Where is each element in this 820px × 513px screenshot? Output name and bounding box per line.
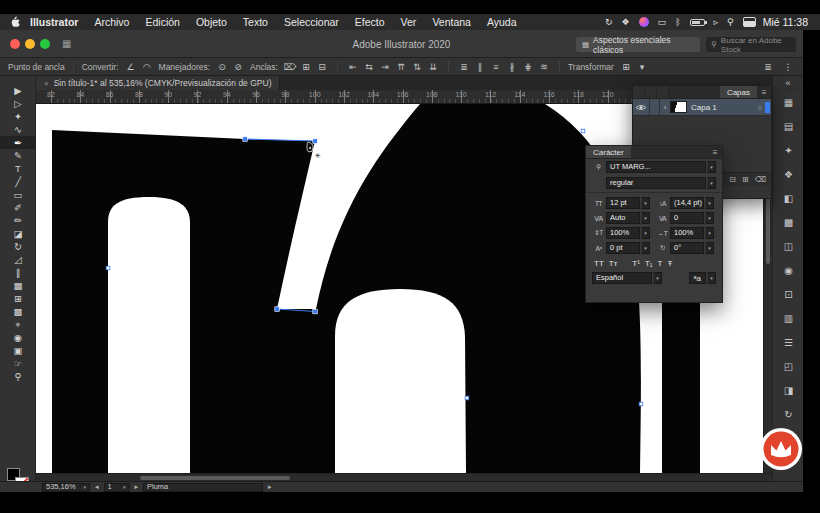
artboards-panel-icon[interactable]: ◰ xyxy=(773,354,804,378)
small-caps-button[interactable]: Tᴛ xyxy=(607,259,620,268)
menu-ayuda[interactable]: Ayuda xyxy=(487,16,517,28)
new-layer-icon[interactable]: ⊞ xyxy=(742,175,749,184)
mesh-tool[interactable]: ⊞ xyxy=(0,292,36,305)
cut-path-icon[interactable]: ⌦ xyxy=(283,60,297,74)
tab-character[interactable]: Carácter xyxy=(586,146,631,158)
menu-illustrator[interactable]: Illustrator xyxy=(30,16,78,28)
eraser-tool[interactable]: ◪ xyxy=(0,227,36,240)
battery-icon[interactable] xyxy=(690,19,705,26)
history-panel-icon[interactable]: ↻ xyxy=(773,402,804,426)
font-size-field[interactable]: TT 12 pt xyxy=(592,197,652,209)
gradient-panel-icon[interactable]: ▩ xyxy=(773,210,804,234)
search-icon[interactable]: ⚲ xyxy=(727,17,734,27)
panel-menu-icon[interactable]: ≡ xyxy=(708,146,722,158)
expand-panels-icon[interactable]: « xyxy=(773,76,803,90)
menu-ver[interactable]: Ver xyxy=(401,16,417,28)
current-tool-status[interactable]: Pluma xyxy=(143,483,263,492)
document-tab[interactable]: × Sin título-1* al 535,16% (CMYK/Previsu… xyxy=(36,76,280,90)
anchor-point[interactable] xyxy=(465,396,469,400)
curvature-tool[interactable]: ✎ xyxy=(0,149,36,162)
align-center-icon[interactable]: ⇆ xyxy=(362,60,376,74)
horizontal-scale-field[interactable]: ⇔T 100% xyxy=(656,227,716,239)
selection-tool[interactable]: ▶ xyxy=(0,84,36,97)
kerning-field[interactable]: V⁄A Auto xyxy=(592,212,652,224)
menu-clock[interactable]: Mié 11:38 xyxy=(763,16,808,28)
chevron-down-icon[interactable] xyxy=(641,242,650,254)
anchor-point[interactable] xyxy=(581,129,585,133)
hand-tool[interactable]: ☞ xyxy=(0,357,36,370)
leading-field[interactable]: ↕A (14,4 pt) xyxy=(656,197,716,209)
display-icon[interactable]: ▭ xyxy=(658,17,667,27)
scale-tool[interactable]: ◿ xyxy=(0,253,36,266)
transform-panel-icon[interactable]: ⊞ xyxy=(619,60,633,74)
pen-tool[interactable]: ✒ xyxy=(0,136,36,149)
magic-wand-tool[interactable]: ✦ xyxy=(0,110,36,123)
chevron-down-icon[interactable] xyxy=(705,212,714,224)
bluetooth-icon[interactable]: ᛒ xyxy=(675,17,680,27)
symbols-panel-icon[interactable]: ❖ xyxy=(773,162,804,186)
previous-artboard-button[interactable]: ◂ xyxy=(95,483,99,491)
control-center-icon[interactable] xyxy=(743,17,754,27)
rotate-tool[interactable]: ↻ xyxy=(0,240,36,253)
swatches-panel-icon[interactable]: ▤ xyxy=(773,114,804,138)
anchor-point[interactable] xyxy=(639,402,643,406)
sync-icon[interactable]: ↻ xyxy=(605,17,613,27)
font-family-select[interactable]: UT MARG... xyxy=(606,161,706,173)
brushes-panel-icon[interactable]: ✦ xyxy=(773,138,804,162)
chevron-down-icon[interactable] xyxy=(707,177,716,189)
chevron-down-icon[interactable] xyxy=(641,197,650,209)
menu-seleccionar[interactable]: Seleccionar xyxy=(284,16,339,28)
pencil-tool[interactable]: ✏ xyxy=(0,214,36,227)
volume-icon[interactable]: ▹ xyxy=(714,17,719,27)
zoom-level-select[interactable]: 535,16% xyxy=(42,483,90,492)
distribute-vcenter-icon[interactable]: ∥ xyxy=(473,60,487,74)
tab-layers[interactable]: Capas xyxy=(720,86,757,98)
panel-options-icon[interactable]: ⋮ xyxy=(781,60,795,74)
stock-search-field[interactable]: ⚲ Buscar en Adobe Stock xyxy=(706,37,796,52)
add-anchor-icon[interactable]: ⊞ xyxy=(299,60,313,74)
appearance-panel-icon[interactable]: ◉ xyxy=(773,258,804,282)
align-middle-icon[interactable]: ⇅ xyxy=(410,60,424,74)
graphic-styles-panel-icon[interactable]: ⊡ xyxy=(773,282,804,306)
anchor-point-selected[interactable] xyxy=(243,137,248,142)
menu-ventana[interactable]: Ventana xyxy=(432,16,471,28)
align-right-icon[interactable]: ⇥ xyxy=(378,60,392,74)
transform-label[interactable]: Transformar xyxy=(568,62,614,72)
chevron-down-icon[interactable] xyxy=(705,197,714,209)
zoom-tool[interactable]: ⚲ xyxy=(0,370,36,383)
align-top-icon[interactable]: ⇈ xyxy=(394,60,408,74)
remove-anchor-icon[interactable]: ⊟ xyxy=(315,60,329,74)
vertical-scale-field[interactable]: ⇕T 100% xyxy=(592,227,652,239)
delete-layer-icon[interactable]: ⌫ xyxy=(755,175,766,184)
distribute-left-icon[interactable]: ∦ xyxy=(505,60,519,74)
baseline-shift-field[interactable]: Aᵃ 0 pt xyxy=(592,242,652,254)
chevron-down-icon[interactable] xyxy=(705,242,714,254)
apple-logo-icon[interactable] xyxy=(10,16,20,28)
layer-name[interactable]: Capa 1 xyxy=(691,103,758,112)
next-artboard-button[interactable]: ▸ xyxy=(135,483,139,491)
menu-objeto[interactable]: Objeto xyxy=(196,16,227,28)
snap-glyph-button[interactable]: ᵃa xyxy=(689,272,706,284)
language-select[interactable]: Español xyxy=(592,272,652,284)
menu-archivo[interactable]: Archivo xyxy=(94,16,129,28)
workspace-switcher[interactable]: ▦ Aspectos esenciales clásicos xyxy=(576,37,700,52)
close-tab-icon[interactable]: × xyxy=(44,79,49,88)
show-handles-icon[interactable]: ⊙ xyxy=(215,60,229,74)
distribute-hcenter-icon[interactable]: ⋕ xyxy=(521,60,535,74)
free-transform-tool[interactable]: ▦ xyxy=(0,279,36,292)
convert-to-corner-icon[interactable]: ∠ xyxy=(124,60,138,74)
hide-handles-icon[interactable]: ⊘ xyxy=(231,60,245,74)
anchor-point-selected[interactable] xyxy=(313,139,318,144)
new-sublayer-icon[interactable]: ⊟ xyxy=(729,175,736,184)
convert-to-smooth-icon[interactable]: ◠ xyxy=(140,60,154,74)
asset-export-panel-icon[interactable]: ◨ xyxy=(773,378,804,402)
distribute-right-icon[interactable]: ≋ xyxy=(537,60,551,74)
siri-icon[interactable] xyxy=(639,17,649,27)
lasso-tool[interactable]: ∿ xyxy=(0,123,36,136)
eyedropper-tool[interactable]: ⌖ xyxy=(0,318,36,331)
align-left-icon[interactable]: ⇤ xyxy=(346,60,360,74)
layer-row[interactable]: › Capa 1 ○ xyxy=(633,99,771,116)
tracking-field[interactable]: VA 0 xyxy=(656,212,716,224)
strikethrough-button[interactable]: Ŧ xyxy=(665,259,674,268)
menu-texto[interactable]: Texto xyxy=(243,16,268,28)
